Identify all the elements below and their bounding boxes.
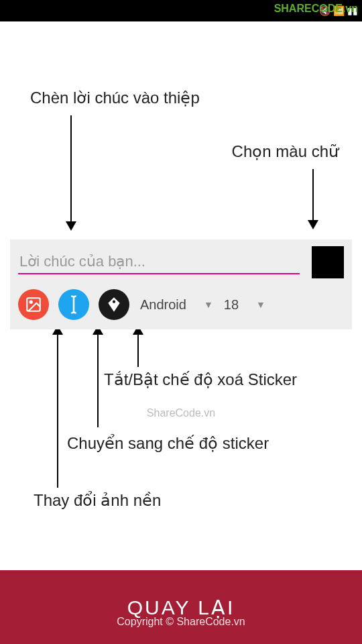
svg-point-1 [30, 301, 32, 303]
sticker-mode-button[interactable] [58, 289, 89, 320]
watermark-center: ShareCode.vn [147, 407, 215, 419]
back-button[interactable]: QUAY LẠI [0, 570, 362, 644]
arrow-icon [70, 115, 72, 229]
help-screen: Chèn lời chúc vào thiệp Chọn màu chữ Tắt… [0, 21, 362, 644]
text-cursor-icon [66, 294, 81, 315]
wish-input[interactable] [18, 250, 300, 274]
watermark-bottom: Copyright © ShareCode.vn [117, 616, 245, 628]
label-insert-wish: Chèn lời chúc vào thiệp [30, 89, 200, 107]
label-choose-color: Chọn màu chữ [232, 142, 339, 161]
arrow-icon [57, 327, 58, 488]
chevron-down-icon: ▼ [256, 299, 265, 310]
label-change-bg: Thay đổi ảnh nền [34, 491, 161, 510]
toolbar-panel: Android ▼ 18 ▼ [10, 239, 352, 329]
size-dropdown[interactable]: 18 ▼ [224, 297, 265, 313]
arrow-icon [97, 327, 99, 427]
label-switch-sticker: Chuyển sang chế độ sticker [67, 434, 269, 453]
arrow-icon [312, 169, 314, 228]
svg-point-2 [113, 301, 115, 303]
color-swatch[interactable] [312, 246, 344, 278]
arrow-icon [137, 327, 139, 367]
font-dropdown[interactable]: Android ▼ [140, 297, 213, 313]
change-background-button[interactable] [18, 289, 49, 320]
font-dropdown-value: Android [140, 297, 186, 313]
eraser-toggle-button[interactable] [99, 289, 129, 320]
chevron-down-icon: ▼ [204, 299, 213, 310]
tag-icon [105, 296, 123, 313]
image-icon [25, 296, 42, 313]
sharecode-logo: SHARECODE.vn [274, 3, 358, 15]
label-toggle-eraser: Tắt/Bật chế độ xoá Sticker [104, 370, 297, 389]
size-dropdown-value: 18 [224, 297, 239, 313]
